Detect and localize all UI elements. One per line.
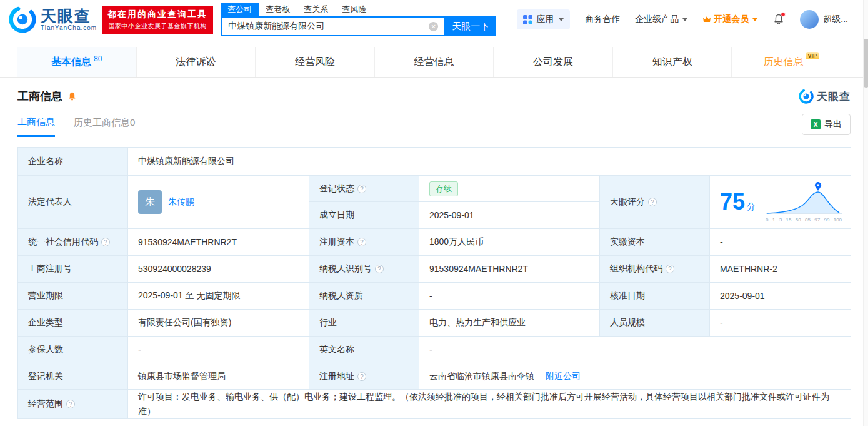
field-industry-value: 电力、热力生产和供应业 xyxy=(419,310,600,337)
tianyancha-logo[interactable]: 天眼查 TianYanCha.com xyxy=(9,6,97,33)
vip-badge: VIP xyxy=(806,52,820,59)
menu-item-cooperation[interactable]: 商务合作 xyxy=(585,14,620,25)
company-nav-tabs: 基本信息 80 法律诉讼 经营风险 经营信息 公司发展 知识产权 历史信息 VI… xyxy=(0,47,868,78)
tab-intellectual-property[interactable]: 知识产权 xyxy=(613,47,732,77)
chevron-down-icon xyxy=(682,18,687,21)
field-score-label: 天眼评分? xyxy=(600,176,710,229)
field-staff-size-label: 人员规模 xyxy=(600,310,710,337)
field-industry-label: 行业 xyxy=(309,310,419,337)
field-reg-authority-value: 镇康县市场监督管理局 xyxy=(128,363,309,390)
score-tick: 97 xyxy=(814,217,820,223)
legal-rep-avatar[interactable]: 朱 xyxy=(138,190,162,214)
excel-icon: X xyxy=(811,119,821,129)
tianyan-score[interactable]: 75 分 0 1 3 15 xyxy=(720,182,841,223)
field-company-type-value: 有限责任公司(国有独资) xyxy=(128,310,309,337)
score-unit: 分 xyxy=(747,202,756,211)
tab-legal-proceedings[interactable]: 法律诉讼 xyxy=(137,47,256,77)
field-reg-address-value: 云南省临沧市镇康县南伞镇 附近公司 xyxy=(419,363,851,390)
field-taxpayer-id-label: 纳税人识别号? xyxy=(309,256,419,283)
nearby-companies-link[interactable]: 附近公司 xyxy=(546,371,581,381)
tab-label: 经营信息 xyxy=(414,56,454,69)
tab-basic-info-count: 80 xyxy=(94,54,102,63)
user-account[interactable]: 超级... xyxy=(800,10,848,29)
search-tab-risk[interactable]: 查风险 xyxy=(335,3,373,16)
scrollbar-thumb[interactable] xyxy=(864,39,868,88)
field-approval-date-value: 2025-09-01 xyxy=(710,283,851,310)
score-tick: 99 xyxy=(824,217,829,223)
search-input[interactable] xyxy=(228,21,429,31)
help-icon[interactable]: ? xyxy=(66,400,75,408)
help-icon[interactable]: ? xyxy=(666,265,674,273)
score-tick: 50 xyxy=(796,217,801,223)
help-icon[interactable]: ? xyxy=(648,198,657,206)
score-tick: 3 xyxy=(779,217,782,223)
subtab-business-info[interactable]: 工商信息 xyxy=(17,116,55,137)
tab-basic-info-label: 基本信息 xyxy=(51,56,91,69)
menu-item-enterprise[interactable]: 企业级产品 xyxy=(635,14,687,25)
help-icon[interactable]: ? xyxy=(101,238,110,246)
help-icon[interactable]: ? xyxy=(357,238,366,246)
help-icon[interactable]: ? xyxy=(375,265,384,273)
search-tab-boss[interactable]: 查老板 xyxy=(259,3,297,16)
alert-bell-icon[interactable] xyxy=(67,91,77,102)
subtab-history-business-info[interactable]: 历史工商信息0 xyxy=(74,117,135,136)
chevron-down-icon xyxy=(752,18,757,21)
field-org-code-value: MAETHRNR-2 xyxy=(710,256,851,283)
business-info-table: 企业名称 中煤镇康新能源有限公司 法定代表人 朱 朱传鹏 登记状态? 存续 天眼… xyxy=(17,147,851,419)
tab-history-info[interactable]: 历史信息 VIP xyxy=(732,47,851,77)
tab-label: 公司发展 xyxy=(533,56,573,69)
scrollbar[interactable] xyxy=(863,0,868,426)
watermark-logo-icon xyxy=(799,89,814,104)
subtab-row: 工商信息 历史工商信息0 X 导出 xyxy=(0,104,868,139)
page-title: 工商信息 xyxy=(17,89,62,104)
search-tab-relation[interactable]: 查关系 xyxy=(297,3,335,16)
apps-menu-button[interactable]: 应用 xyxy=(517,9,570,29)
tianyancha-logo-icon xyxy=(9,6,36,33)
field-insured-count-value: - xyxy=(128,337,309,363)
field-credit-code-value: 91530924MAETHRNR2T xyxy=(128,229,309,256)
crown-icon xyxy=(702,16,711,23)
field-staff-size-value: - xyxy=(710,310,851,337)
help-icon[interactable]: ? xyxy=(357,185,366,193)
field-paid-capital-value: - xyxy=(710,229,851,256)
field-english-name-value: - xyxy=(419,337,851,363)
legal-rep-link[interactable]: 朱传鹏 xyxy=(168,196,194,208)
slogan-line2: 国家中小企业发展子基金旗下机构 xyxy=(107,22,207,31)
field-reg-status-value: 存续 xyxy=(419,176,600,202)
field-approval-date-label: 核准日期 xyxy=(600,283,710,310)
field-reg-authority-label: 登记机关 xyxy=(18,363,128,390)
score-tick: 0 xyxy=(766,217,768,223)
score-axis-ticks: 0 1 3 15 50 85 97 99 100 xyxy=(766,217,842,223)
help-icon[interactable]: ? xyxy=(357,372,366,381)
field-org-code-label: 组织机构代码? xyxy=(600,256,710,283)
chevron-down-icon xyxy=(559,18,564,21)
notification-bell[interactable] xyxy=(772,13,785,26)
field-reg-status-label: 登记状态? xyxy=(309,176,419,202)
field-company-name-label: 企业名称 xyxy=(18,148,128,176)
field-paid-capital-label: 实缴资本 xyxy=(600,229,710,256)
clear-search-icon[interactable]: ✕ xyxy=(429,22,438,31)
section-head: 工商信息 天眼查 xyxy=(0,78,868,104)
tab-operation-info[interactable]: 经营信息 xyxy=(375,47,494,77)
export-button[interactable]: X 导出 xyxy=(802,114,851,135)
field-business-scope-label: 经营范围? xyxy=(18,390,128,419)
field-reg-capital-label: 注册资本? xyxy=(309,229,419,256)
search-tab-company[interactable]: 查公司 xyxy=(221,3,259,16)
field-reg-number-value: 530924000028239 xyxy=(128,256,309,283)
watermark-logo: 天眼查 xyxy=(799,89,851,104)
tab-operation-risk[interactable]: 经营风险 xyxy=(256,47,375,77)
score-tick: 15 xyxy=(786,217,791,223)
export-label: 导出 xyxy=(824,119,842,130)
tab-basic-info[interactable]: 基本信息 80 xyxy=(17,47,137,77)
search-button[interactable]: 天眼一下 xyxy=(446,16,496,36)
avatar xyxy=(800,10,819,29)
apps-menu-label: 应用 xyxy=(536,14,554,25)
field-business-scope-value: 许可项目：发电业务、输电业务、供（配）电业务；建设工程监理。（依法须经批准的项目… xyxy=(128,390,851,419)
score-value: 75 xyxy=(720,191,745,213)
menu-item-open-vip[interactable]: 开通会员 xyxy=(702,14,757,25)
tab-company-development[interactable]: 公司发展 xyxy=(494,47,613,77)
apps-grid-icon xyxy=(523,15,532,24)
field-legal-rep-label: 法定代表人 xyxy=(18,176,128,229)
search-box: ✕ xyxy=(221,16,446,36)
field-taxpayer-qual-value: - xyxy=(419,283,600,310)
